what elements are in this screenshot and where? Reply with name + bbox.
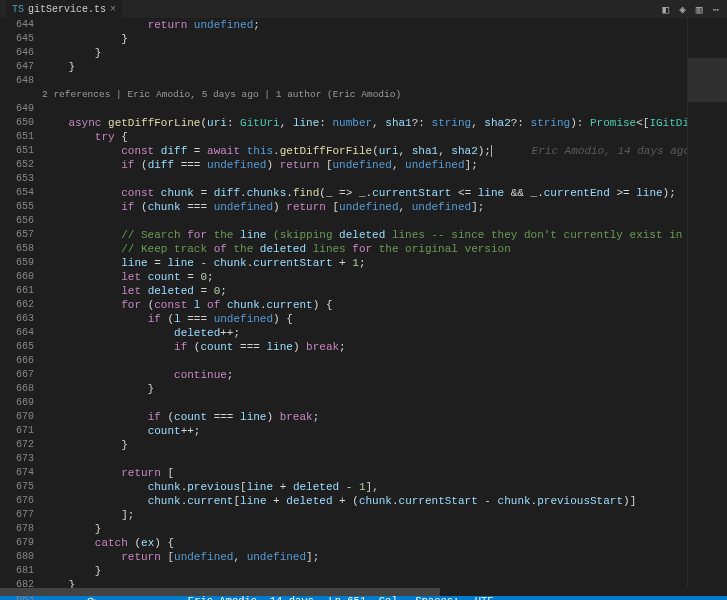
line-gutter: 6446456466476486496506516516526536546556… bbox=[0, 18, 42, 588]
title-bar: TS gitService.ts × ◧ ◈ ▥ ⋯ bbox=[0, 0, 727, 18]
open-changes-icon[interactable]: ◧ bbox=[663, 3, 670, 16]
split-editor-icon[interactable]: ▥ bbox=[696, 3, 703, 16]
minimap[interactable] bbox=[687, 18, 727, 588]
editor[interactable]: 6446456466476486496506516516526536546556… bbox=[0, 18, 727, 588]
title-actions: ◧ ◈ ▥ ⋯ bbox=[663, 3, 728, 16]
close-icon[interactable]: × bbox=[110, 4, 116, 15]
editor-tab[interactable]: TS gitService.ts × bbox=[6, 0, 122, 18]
horizontal-scrollbar[interactable] bbox=[0, 588, 727, 596]
scrollbar-thumb[interactable] bbox=[0, 588, 440, 596]
minimap-viewport[interactable] bbox=[688, 58, 727, 102]
typescript-icon: TS bbox=[12, 4, 24, 15]
more-icon[interactable]: ⋯ bbox=[712, 3, 719, 16]
status-bar: ⎇ develop* ⟳ 1↑ ⓧ 0 ⚠ 11 ✎ Eric Amodio, … bbox=[0, 596, 727, 600]
diff-icon[interactable]: ◈ bbox=[679, 3, 686, 16]
code-content[interactable]: return undefined; } } }2 references | Er… bbox=[42, 18, 687, 588]
tab-filename: gitService.ts bbox=[28, 4, 106, 15]
